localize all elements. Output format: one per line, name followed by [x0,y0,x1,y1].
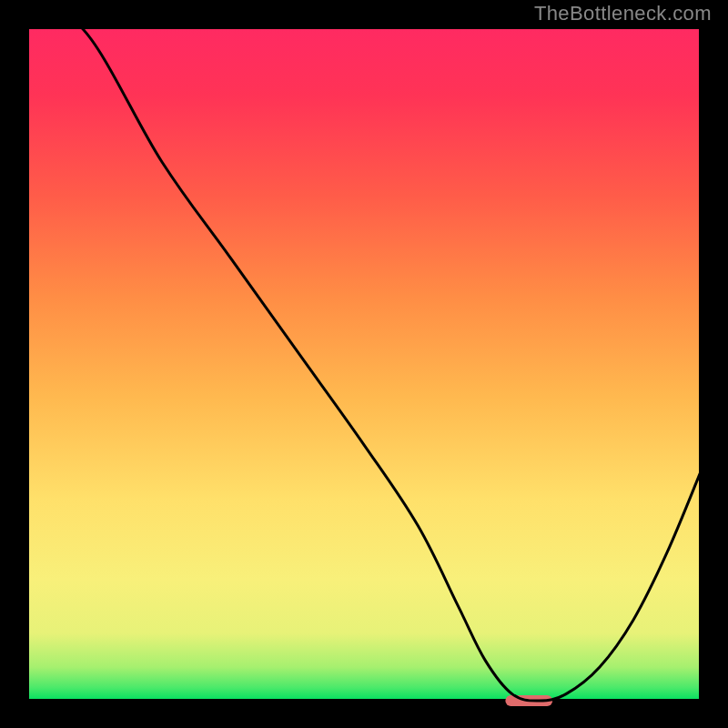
bottleneck-chart [0,0,728,728]
gradient-plot-area [27,27,701,701]
watermark-text: TheBottleneck.com [534,2,712,25]
